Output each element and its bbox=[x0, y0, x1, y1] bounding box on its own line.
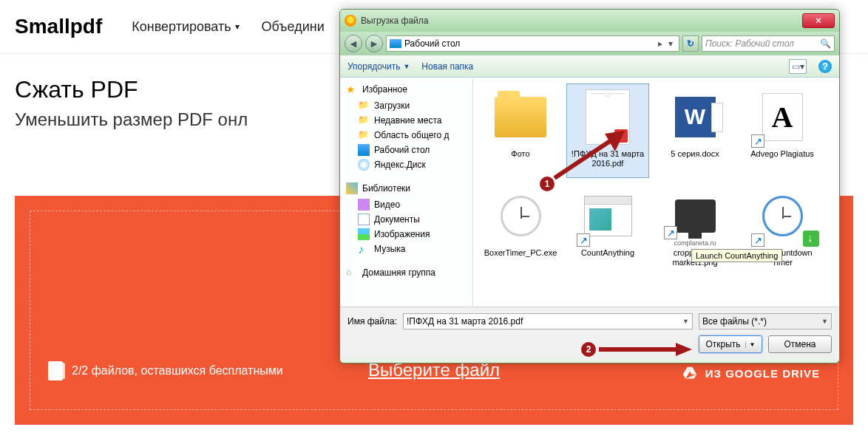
word-icon: W bbox=[675, 97, 716, 137]
document-icon bbox=[358, 214, 370, 225]
open-label: Открыть bbox=[705, 339, 740, 349]
sidebar-item-label: Яндекс.Диск bbox=[374, 160, 426, 170]
new-folder-button[interactable]: Новая папка bbox=[421, 61, 473, 72]
search-input[interactable]: Поиск: Рабочий стол 🔍 bbox=[702, 35, 835, 52]
file-item-image[interactable]: complaneta.ru↗ cropped-pc-market1.png bbox=[654, 182, 736, 277]
computer-icon bbox=[675, 199, 716, 233]
video-icon bbox=[358, 199, 370, 211]
nav-merge[interactable]: Объедини bbox=[262, 19, 325, 35]
breadcrumb-arrow-icon[interactable]: ▸ bbox=[658, 38, 662, 49]
filter-label: Все файлы (*.*) bbox=[702, 316, 767, 327]
file-name: CountAnything bbox=[581, 248, 634, 258]
sidebar-item-label: Рабочий стол bbox=[374, 145, 430, 155]
libraries-label: Библиотеки bbox=[362, 183, 410, 194]
chevron-down-icon: ▾ bbox=[235, 21, 240, 32]
google-drive-button[interactable]: ИЗ GOOGLE DRIVE bbox=[682, 366, 820, 380]
sidebar-item-images[interactable]: Изображения bbox=[340, 227, 472, 242]
breadcrumb[interactable]: Рабочий стол bbox=[404, 38, 655, 49]
sidebar-libraries[interactable]: Библиотеки bbox=[340, 180, 472, 197]
organize-label: Упорядочить bbox=[347, 61, 400, 72]
forward-button[interactable]: ► bbox=[365, 35, 383, 52]
image-caption: complaneta.ru bbox=[665, 239, 725, 247]
folder-icon: 📁 bbox=[358, 129, 370, 141]
firefox-icon bbox=[345, 15, 356, 27]
file-item-app[interactable]: A↗ Advego Plagiatus bbox=[741, 83, 824, 178]
sidebar-item-label: Изображения bbox=[374, 229, 430, 239]
file-item-app[interactable]: ↗ CountAnything bbox=[566, 182, 649, 277]
split-dropdown-icon[interactable]: ▼ bbox=[745, 341, 756, 348]
file-name: 5 серия.docx bbox=[671, 149, 719, 159]
sidebar-item-downloads[interactable]: 📁Загрузки bbox=[340, 98, 472, 113]
filename-input[interactable]: !ПФХД на 31 марта 2016.pdf ▼ bbox=[403, 313, 693, 329]
svg-marker-3 bbox=[676, 343, 692, 356]
file-list[interactable]: Фото ━━━ ━━ ━━━━ ━━ ━━━ ━━━━ ━━ ━━━ !ПФХ… bbox=[473, 78, 839, 307]
filename-label: Имя файла: bbox=[347, 316, 397, 327]
file-upload-dialog: Выгрузка файла ✕ ◄ ► Рабочий стол ▸ ▾ ↻ … bbox=[339, 9, 840, 363]
shortcut-icon: ↗ bbox=[577, 233, 590, 247]
shortcut-icon: ↗ bbox=[751, 134, 764, 148]
back-button[interactable]: ◄ bbox=[345, 35, 362, 52]
sidebar-item-video[interactable]: Видео bbox=[340, 197, 472, 212]
sidebar-item-documents[interactable]: Документы bbox=[340, 212, 472, 227]
annotation-marker-1: 1 bbox=[540, 177, 555, 191]
file-name: Фото bbox=[511, 149, 529, 159]
file-name: Advego Plagiatus bbox=[750, 149, 814, 159]
disk-icon bbox=[358, 159, 370, 171]
homegroup-icon: ⌂ bbox=[346, 267, 358, 279]
download-arrow-icon bbox=[803, 230, 819, 247]
sidebar-item-label: Недавние места bbox=[374, 115, 441, 126]
free-files-label: 2/2 файлов, оставшихся бесплатными bbox=[72, 364, 283, 378]
folder-icon: 📁 bbox=[358, 115, 370, 126]
sidebar-favorites[interactable]: ★ Избранное bbox=[340, 81, 472, 98]
sidebar-homegroup[interactable]: ⌂ Домашняя группа bbox=[340, 264, 472, 281]
shortcut-icon: ↗ bbox=[751, 233, 764, 247]
shortcut-icon: ↗ bbox=[664, 226, 677, 239]
organize-menu[interactable]: Упорядочить ▼ bbox=[347, 61, 410, 72]
dialog-body: ★ Избранное 📁Загрузки 📁Недавние места 📁О… bbox=[340, 78, 839, 307]
svg-line-0 bbox=[555, 141, 610, 178]
sidebar-item-label: Документы bbox=[374, 214, 420, 225]
file-item-app[interactable]: ↗ Free Countdown Timer bbox=[741, 182, 824, 277]
annotation-arrow-2 bbox=[596, 341, 692, 358]
cancel-button[interactable]: Отмена bbox=[768, 335, 832, 353]
clock-icon bbox=[501, 196, 541, 236]
sidebar-item-desktop[interactable]: Рабочий стол bbox=[340, 143, 472, 157]
sidebar-item-recent[interactable]: 📁Недавние места bbox=[340, 113, 472, 128]
nav-convert[interactable]: Конвертировать ▾ bbox=[132, 19, 239, 35]
app-icon: A bbox=[762, 93, 803, 141]
files-icon bbox=[48, 361, 63, 380]
search-placeholder: Поиск: Рабочий стол bbox=[705, 38, 820, 49]
dropdown-icon[interactable]: ▼ bbox=[821, 318, 828, 325]
search-icon: 🔍 bbox=[820, 38, 831, 49]
dropdown-icon[interactable]: ▼ bbox=[682, 318, 689, 325]
dialog-title: Выгрузка файла bbox=[361, 16, 802, 26]
address-dropdown-icon[interactable]: ▾ bbox=[665, 38, 676, 49]
sidebar-item-yandex[interactable]: Яндекс.Диск bbox=[340, 157, 472, 172]
images-icon bbox=[358, 228, 370, 240]
google-drive-icon bbox=[682, 366, 698, 380]
address-bar[interactable]: Рабочий стол ▸ ▾ bbox=[386, 35, 679, 52]
sidebar-item-music[interactable]: ♪Музыка bbox=[340, 242, 472, 256]
sidebar-item-label: Область общего д bbox=[374, 130, 450, 140]
file-item-word[interactable]: W 5 серия.docx bbox=[654, 83, 736, 178]
favorites-label: Избранное bbox=[362, 84, 407, 95]
nav-convert-label: Конвертировать bbox=[132, 19, 231, 35]
sidebar-item-label: Загрузки bbox=[374, 100, 410, 111]
view-options-button[interactable]: ▭▾ bbox=[789, 59, 807, 74]
sidebar-item-shared[interactable]: 📁Область общего д bbox=[340, 128, 472, 143]
window-icon bbox=[584, 196, 632, 236]
help-button[interactable]: ? bbox=[818, 60, 832, 73]
clock-icon bbox=[762, 196, 803, 236]
folder-icon: 📁 bbox=[358, 100, 370, 112]
toolbar: Упорядочить ▼ Новая папка ▭▾ ? bbox=[340, 55, 839, 78]
file-type-filter[interactable]: Все файлы (*.*) ▼ bbox=[699, 313, 832, 329]
title-bar[interactable]: Выгрузка файла ✕ bbox=[340, 10, 839, 32]
annotation-marker-2: 2 bbox=[581, 342, 596, 357]
open-button[interactable]: Открыть ▼ bbox=[699, 335, 762, 353]
library-icon bbox=[346, 182, 358, 194]
music-icon: ♪ bbox=[358, 243, 370, 255]
close-button[interactable]: ✕ bbox=[802, 13, 835, 28]
logo[interactable]: Smallpdf bbox=[15, 15, 102, 38]
refresh-button[interactable]: ↻ bbox=[682, 35, 699, 52]
file-item-exe[interactable]: BoxerTimer_PC.exe bbox=[479, 182, 562, 277]
